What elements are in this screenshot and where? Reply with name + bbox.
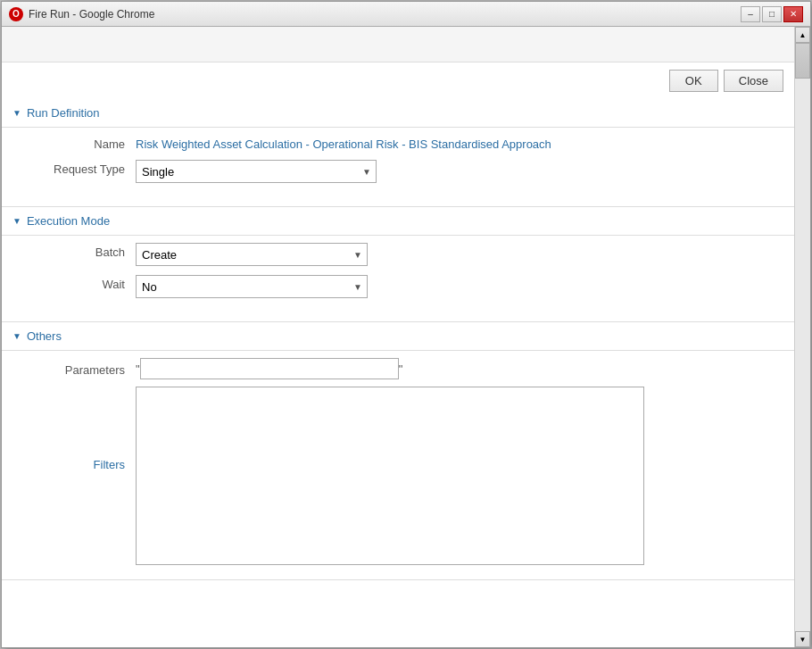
scrollbar: ▲ ▼ [794,27,810,647]
maximize-button[interactable]: □ [762,6,782,22]
wait-select-wrapper[interactable]: No Yes [136,275,368,298]
batch-row: Batch Create Execute Create and Execute [20,243,792,266]
name-value: Risk Weighted Asset Calculation - Operat… [136,135,551,151]
batch-select-wrapper[interactable]: Create Execute Create and Execute [136,243,368,266]
window-controls: – □ ✕ [741,6,803,22]
others-title: Others [27,329,62,343]
window-close-button[interactable]: ✕ [783,6,803,22]
main-window: O Fire Run - Google Chrome – □ ✕ OK Clos… [1,1,811,648]
title-bar: O Fire Run - Google Chrome – □ ✕ [2,2,810,27]
close-quote: " [399,362,403,376]
run-definition-title: Run Definition [27,106,100,120]
execution-mode-title: Execution Mode [27,214,110,228]
run-definition-header[interactable]: ▼ Run Definition [2,99,810,127]
filters-area: Filters [20,387,792,565]
others-body: Parameters " " Filters [2,351,810,579]
app-icon: O [9,7,23,21]
others-header[interactable]: ▼ Others [2,322,810,350]
scrollbar-thumb[interactable] [795,43,810,79]
window-content: OK Close ▼ Run Definition Name Risk Weig… [2,27,810,647]
window-title: Fire Run - Google Chrome [29,8,741,21]
name-row: Name Risk Weighted Asset Calculation - O… [20,135,792,151]
wait-label: Wait [20,275,136,291]
ok-button[interactable]: OK [669,70,718,92]
execution-mode-section: ▼ Execution Mode Batch Create Execute Cr… [2,207,810,322]
parameters-label: Parameters [20,361,136,377]
request-type-row: Request Type Single Batch Multiple [20,160,792,183]
minimize-button[interactable]: – [741,6,760,22]
scrollbar-down-button[interactable]: ▼ [795,631,810,647]
batch-select[interactable]: Create Execute Create and Execute [136,243,368,266]
execution-mode-body: Batch Create Execute Create and Execute … [2,236,810,321]
execution-mode-header[interactable]: ▼ Execution Mode [2,207,810,235]
filters-label: Filters [20,387,136,471]
others-section: ▼ Others Parameters " " Filters [2,322,810,580]
others-chevron: ▼ [12,331,21,341]
run-definition-body: Name Risk Weighted Asset Calculation - O… [2,128,810,206]
main-content: ▼ Run Definition Name Risk Weighted Asse… [2,99,810,647]
close-button[interactable]: Close [724,70,783,92]
request-type-label: Request Type [20,160,136,176]
scrollbar-up-button[interactable]: ▲ [795,27,810,43]
parameters-input[interactable] [140,358,399,379]
request-type-select[interactable]: Single Batch Multiple [136,160,377,183]
action-bar: OK Close [2,62,810,99]
wait-row: Wait No Yes [20,275,792,298]
name-label: Name [20,135,136,151]
batch-label: Batch [20,243,136,259]
toolbar-area [2,27,810,62]
scrollbar-track [795,43,810,631]
run-definition-section: ▼ Run Definition Name Risk Weighted Asse… [2,99,810,207]
request-type-select-wrapper[interactable]: Single Batch Multiple [136,160,377,183]
parameters-row: Parameters " " [20,358,792,379]
wait-select[interactable]: No Yes [136,275,368,298]
execution-mode-chevron: ▼ [12,216,21,226]
run-definition-chevron: ▼ [12,108,21,118]
filters-box[interactable] [136,387,644,565]
